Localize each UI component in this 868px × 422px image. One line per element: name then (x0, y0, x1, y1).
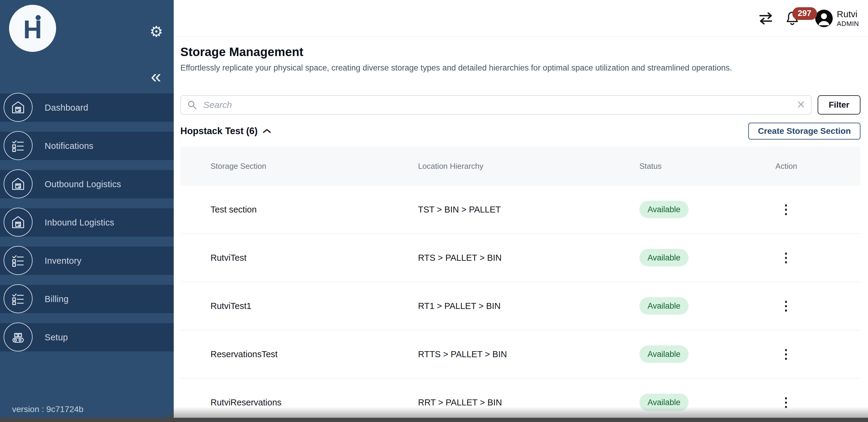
collapse-sidebar-icon[interactable]: « (151, 67, 161, 86)
column-header-storage-section: Storage Section (211, 162, 418, 171)
table-row: RutviTest RTS > PALLET > BIN Available ⋮ (180, 234, 861, 282)
table-row: ReservationsTest RTTS > PALLET > BIN Ava… (180, 330, 861, 379)
location-hierarchy: RT1 > PALLET > BIN (418, 301, 640, 311)
filter-button[interactable]: Filter (818, 95, 861, 115)
sidebar-item-label: Inventory (44, 256, 82, 266)
version-text: version : 9c71724b (12, 404, 84, 414)
table-row: RutviTest1 RT1 > PALLET > BIN Available … (180, 282, 861, 330)
create-storage-section-button[interactable]: Create Storage Section (748, 123, 861, 139)
sidebar-item-label: Outbound Logistics (44, 180, 121, 189)
search-row: × Filter (180, 95, 861, 115)
logo-letter: H (23, 16, 42, 42)
table-row: RutviReservations RRT > PALLET > BIN Ava… (180, 379, 861, 418)
search-input[interactable] (180, 95, 812, 115)
status-badge: Available (640, 297, 688, 315)
group-row: Hopstack Test (6) Create Storage Section (180, 122, 861, 140)
checklist-icon (4, 284, 33, 313)
settings-gear-icon[interactable]: ⚙ (150, 24, 163, 39)
warehouse-icon (4, 93, 33, 122)
sidebar-item-notifications[interactable]: Notifications (0, 132, 174, 160)
sidebar-item-outbound-logistics[interactable]: Outbound Logistics (0, 170, 174, 198)
storage-sections-table: Storage Section Location Hierarchy Statu… (180, 147, 861, 418)
logo-dot (36, 15, 41, 20)
status-badge: Available (640, 394, 688, 411)
user-info[interactable]: Rutvi ADMIN (837, 9, 859, 28)
group-header-toggle[interactable]: Hopstack Test (6) (180, 126, 272, 136)
swap-arrows-icon[interactable] (758, 12, 774, 25)
table-header: Storage Section Location Hierarchy Statu… (180, 147, 861, 186)
sidebar-item-label: Dashboard (44, 103, 88, 113)
sidebar-item-billing[interactable]: Billing (0, 285, 174, 313)
user-avatar-icon[interactable] (815, 10, 833, 27)
status-badge: Available (640, 346, 688, 363)
search-box: × (180, 95, 812, 115)
conveyor-icon (4, 323, 33, 352)
page-content: Storage Management Effortlessly replicat… (174, 37, 868, 418)
warehouse-icon (4, 208, 33, 237)
table-row: Test section TST > BIN > PALLET Availabl… (180, 186, 861, 234)
status-badge: Available (640, 201, 688, 218)
kebab-menu-icon[interactable]: ⋮ (780, 251, 792, 264)
chevron-up-icon (262, 128, 272, 134)
hopstack-logo: H (9, 5, 56, 52)
storage-section-name: Test section (211, 205, 418, 215)
warehouse-icon (4, 169, 33, 198)
checklist-icon (4, 246, 33, 275)
sidebar-item-inbound-logistics[interactable]: Inbound Logistics (0, 208, 174, 237)
notification-count-badge: 297 (792, 7, 817, 20)
main-area: 297 Rutvi ADMIN Storage Management Effor… (174, 0, 868, 418)
notifications-bell-icon[interactable]: 297 (784, 10, 800, 27)
user-name: Rutvi (837, 9, 859, 19)
page-subtitle: Effortlessly replicate your physical spa… (180, 63, 861, 73)
storage-section-name: RutviTest1 (211, 301, 418, 311)
clear-search-icon[interactable]: × (797, 96, 805, 112)
sidebar-item-dashboard[interactable]: Dashboard (0, 93, 174, 122)
checklist-icon (4, 131, 33, 160)
sidebar-item-label: Inbound Logistics (44, 218, 114, 228)
topbar: 297 Rutvi ADMIN (174, 0, 868, 37)
app-window: H ⚙ « Dashboard Notifications (0, 0, 868, 418)
location-hierarchy: RTTS > PALLET > BIN (418, 349, 640, 359)
user-role: ADMIN (837, 20, 859, 28)
sidebar-item-label: Notifications (44, 141, 93, 151)
sidebar-item-label: Setup (44, 332, 68, 343)
page-title: Storage Management (180, 44, 861, 59)
kebab-menu-icon[interactable]: ⋮ (780, 396, 792, 409)
column-header-action: Action (775, 162, 861, 171)
sidebar: H ⚙ « Dashboard Notifications (0, 0, 174, 418)
kebab-menu-icon[interactable]: ⋮ (780, 300, 792, 312)
sidebar-nav: Dashboard Notifications Outbound Logisti… (0, 93, 174, 361)
column-header-location-hierarchy: Location Hierarchy (418, 162, 640, 171)
location-hierarchy: RTS > PALLET > BIN (418, 253, 640, 263)
sidebar-item-inventory[interactable]: Inventory (0, 247, 174, 275)
kebab-menu-icon[interactable]: ⋮ (780, 203, 792, 216)
storage-section-name: RutviReservations (211, 398, 418, 408)
status-badge: Available (640, 249, 688, 266)
group-title: Hopstack Test (6) (180, 126, 257, 136)
location-hierarchy: TST > BIN > PALLET (418, 205, 640, 215)
storage-section-name: ReservationsTest (211, 349, 418, 359)
search-icon (187, 100, 197, 111)
column-header-status: Status (640, 162, 775, 171)
sidebar-item-label: Billing (44, 294, 68, 304)
sidebar-item-setup[interactable]: Setup (0, 323, 174, 352)
location-hierarchy: RRT > PALLET > BIN (418, 398, 640, 408)
kebab-menu-icon[interactable]: ⋮ (780, 348, 792, 360)
storage-section-name: RutviTest (211, 253, 418, 263)
